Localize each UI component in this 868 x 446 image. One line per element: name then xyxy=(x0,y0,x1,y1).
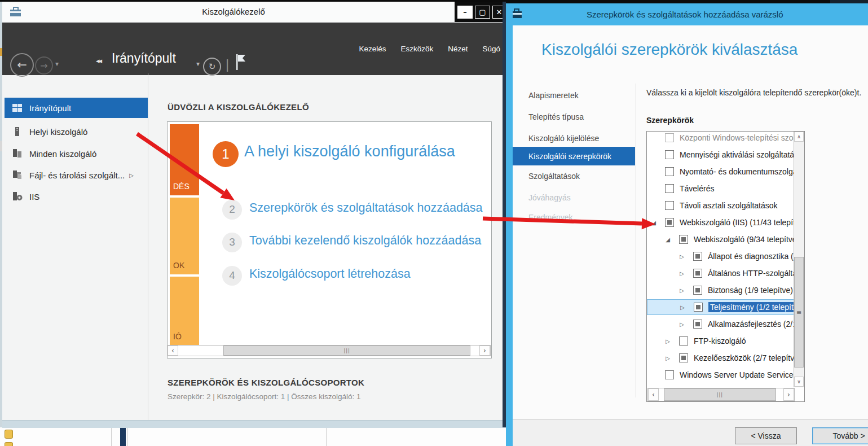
tree-row[interactable]: Távoli asztali szolgáltatások xyxy=(647,198,795,213)
maximize-button[interactable]: ▢ xyxy=(475,6,490,19)
wizard-page-heading: Kiszolgálói szerepkörök kiválasztása xyxy=(541,41,797,59)
sidebar-item-minden-kiszolg-l[interactable]: Minden kiszolgáló xyxy=(5,143,148,164)
tree-row[interactable]: ◢Webkiszolgáló (9/34 telepítve) xyxy=(647,231,795,247)
scrollbar-track[interactable]: ||| xyxy=(659,388,783,401)
scrollbar-thumb[interactable]: ||| xyxy=(664,388,776,401)
wizard-nav-kiszolg-l-i-szerepk-r-k[interactable]: Kiszolgálói szerepkörök xyxy=(513,147,635,165)
sidebar-item-iis[interactable]: IIS xyxy=(5,186,148,207)
checkbox-partial[interactable] xyxy=(693,286,702,295)
divider xyxy=(111,427,112,446)
sidebar-item-ir-ny-t-pult[interactable]: Irányítópult xyxy=(5,98,148,118)
collapsed-expander-icon[interactable]: ▷ xyxy=(664,338,671,344)
horizontal-scrollbar[interactable]: ‹ ||| › xyxy=(647,388,795,401)
checkbox-unchecked[interactable] xyxy=(665,184,674,193)
scroll-up-button[interactable]: ∧ xyxy=(794,132,804,142)
minimize-button[interactable]: – xyxy=(457,6,473,19)
expanded-expander-icon[interactable]: ◢ xyxy=(650,220,657,226)
sidebar: IrányítópultHelyi kiszolgálóMinden kiszo… xyxy=(2,73,148,420)
checkbox-unchecked[interactable] xyxy=(665,201,674,210)
back-button[interactable]: < Vissza xyxy=(735,427,797,444)
tree-row[interactable]: ◢Webkiszolgáló (IIS) (11/43 telepítve) xyxy=(647,215,795,230)
server-manager-window: Kiszolgálókezelő – ▢ ✕ ← → ▾ ◂◂ Irányító… xyxy=(2,2,506,427)
scrollbar-thumb[interactable]: ≡ xyxy=(794,257,804,368)
roles-list-label: Szerepkörök xyxy=(646,116,694,125)
tree-row[interactable]: ▷FTP-kiszolgáló xyxy=(647,333,795,349)
expand-chevron-icon[interactable]: ▷ xyxy=(129,172,134,178)
menu-item-nézet[interactable]: Nézet xyxy=(448,45,468,53)
expanded-expander-icon[interactable]: ◢ xyxy=(664,237,671,243)
step-link-1[interactable]: A helyi kiszolgáló konfigurálása xyxy=(244,143,455,160)
collapsed-expander-icon[interactable]: ▷ xyxy=(678,287,685,294)
checkbox-unchecked[interactable] xyxy=(665,370,674,379)
forward-icon[interactable]: → xyxy=(35,56,53,75)
tree-row[interactable]: Távelérés xyxy=(647,181,795,196)
history-caret-icon[interactable]: ▾ xyxy=(55,60,59,68)
tree-row[interactable]: Windows Server Update Services xyxy=(647,367,795,383)
wizard-nav-telep-t-s-t-pusa[interactable]: Telepítés típusa xyxy=(513,107,635,126)
tree-row[interactable]: ▷Kezelőeszközök (2/7 telepítve) xyxy=(647,350,795,366)
tree-row[interactable]: ▷Teljesítmény (1/2 telepítve) xyxy=(647,299,795,315)
tree-row[interactable]: ▷Alkalmazásfejlesztés (2/11 telepítve) xyxy=(647,316,795,332)
collapsed-expander-icon[interactable]: ▷ xyxy=(679,304,686,311)
step-number-badge: 1 xyxy=(213,141,239,167)
checkbox-unchecked[interactable] xyxy=(665,167,674,176)
scroll-left-button[interactable]: ‹ xyxy=(168,346,178,356)
divider xyxy=(326,427,327,446)
notifications-flag-icon[interactable] xyxy=(235,54,246,73)
sidebar-item-f-jl-s-t-rol-si-szolg-lt[interactable]: Fájl- és tárolási szolgált...▷ xyxy=(5,165,148,185)
sidebar-item-label: Helyi kiszolgáló xyxy=(29,127,87,137)
scrollbar-thumb[interactable]: ||| xyxy=(223,346,470,356)
step-link-3[interactable]: További kezelendő kiszolgálók hozzáadása xyxy=(249,234,481,248)
scroll-left-button[interactable]: ‹ xyxy=(648,388,659,401)
menu-item-kezelés[interactable]: Kezelés xyxy=(359,45,386,53)
roles-tree-listbox[interactable]: Központi Windows-telepítési szolgáltatás… xyxy=(646,131,805,402)
collapsed-expander-icon[interactable]: ▷ xyxy=(678,321,685,327)
divider xyxy=(636,84,636,397)
sidebar-item-label: Fájl- és tárolási szolgált... xyxy=(29,170,125,180)
wizard-nav-szolg-ltat-sok[interactable]: Szolgáltatások xyxy=(513,167,635,185)
roles-section-summary: Szerepkör: 2 | Kiszolgálócsoport: 1 | Ös… xyxy=(168,392,360,401)
scroll-right-button[interactable]: › xyxy=(783,388,794,401)
dashboard-icon xyxy=(12,104,24,112)
checkbox-partial[interactable] xyxy=(694,303,703,312)
collapsed-expander-icon[interactable]: ▷ xyxy=(678,270,685,277)
scroll-down-button[interactable]: ∨ xyxy=(794,377,804,387)
menu-item-eszközök[interactable]: Eszközök xyxy=(400,45,433,53)
wizard-title-bar[interactable]: Szerepkörök és szolgáltatások hozzáadása… xyxy=(506,3,868,25)
checkbox-partial[interactable] xyxy=(679,235,688,244)
sidebar-item-helyi-kiszolg-l[interactable]: Helyi kiszolgáló xyxy=(5,121,148,142)
menu-item-súgó[interactable]: Súgó xyxy=(482,45,500,53)
step-link-4[interactable]: Kiszolgálócsoport létrehozása xyxy=(249,267,411,281)
checkbox-unchecked[interactable] xyxy=(665,133,674,142)
vertical-scrollbar[interactable]: ∧ ≡ ∨ xyxy=(794,132,804,387)
file-storage-icon xyxy=(12,170,24,180)
breadcrumb-caret-icon[interactable]: ▾ xyxy=(196,60,200,68)
checkbox-unchecked[interactable] xyxy=(679,336,688,346)
tree-row[interactable]: ▷Általános HTTP-szolgáltatások (4/6 tele… xyxy=(647,265,795,281)
wizard-nav-alapismeretek[interactable]: Alapismeretek xyxy=(513,86,635,104)
step-link-2[interactable]: Szerepkörök és szolgáltatások hozzáadása xyxy=(249,201,483,215)
next-button[interactable]: Tovább > xyxy=(812,427,868,444)
checkbox-partial[interactable] xyxy=(693,252,702,261)
tree-row[interactable]: Központi Windows-telepítési szolgáltatás… xyxy=(647,131,795,146)
scrollbar-track[interactable]: ||| xyxy=(178,346,479,356)
collapsed-expander-icon[interactable]: ▷ xyxy=(678,253,685,260)
tree-row[interactable]: Mennyiségi aktiválási szolgáltatások xyxy=(647,147,795,163)
checkbox-partial[interactable] xyxy=(693,320,702,329)
wizard-nav-kiszolg-l-kijel-l-se[interactable]: Kiszolgáló kijelölése xyxy=(513,129,635,147)
refresh-icon[interactable]: ↻ xyxy=(203,58,221,76)
wizard-nav-label: Alapismeretek xyxy=(528,91,579,100)
checkbox-unchecked[interactable] xyxy=(665,150,674,159)
checkbox-partial[interactable] xyxy=(693,269,702,278)
sidebar-item-label: Irányítópult xyxy=(29,103,71,113)
breadcrumb[interactable]: Irányítópult xyxy=(112,51,176,66)
collapsed-expander-icon[interactable]: ▷ xyxy=(664,355,671,361)
scroll-right-button[interactable]: › xyxy=(479,346,490,356)
horizontal-scrollbar[interactable]: ‹ ||| › xyxy=(167,345,491,356)
checkbox-partial[interactable] xyxy=(665,218,674,227)
tree-row[interactable]: ▷Biztonság (1/9 telepítve) xyxy=(647,282,795,298)
title-bar[interactable]: Kiszolgálókezelő – ▢ ✕ xyxy=(2,2,506,23)
tree-row[interactable]: ▷Állapot és diagnosztika (1/6 telepítve) xyxy=(647,248,795,264)
checkbox-partial[interactable] xyxy=(679,353,688,362)
tree-row[interactable]: Nyomtató- és dokumentumszolgáltatások xyxy=(647,164,795,180)
